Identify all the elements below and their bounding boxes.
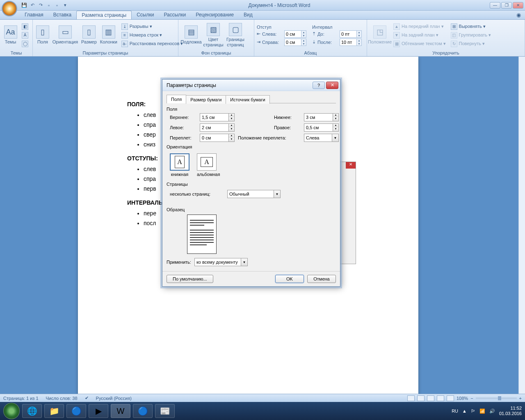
theme-fonts-button[interactable]: A xyxy=(20,31,30,39)
columns-button[interactable]: ▥Колонки xyxy=(99,25,118,45)
dialog-tab-source[interactable]: Источник бумаги xyxy=(226,95,269,104)
spacing-after-input[interactable] xyxy=(340,40,356,45)
ok-button[interactable]: OK xyxy=(275,275,304,283)
start-button[interactable] xyxy=(3,403,20,419)
qat-icon[interactable]: ▫ xyxy=(45,2,52,9)
taskbar-explorer[interactable]: 📁 xyxy=(44,404,64,418)
orientation-landscape[interactable]: A альбомная xyxy=(197,153,220,177)
dialog-tab-paper[interactable]: Размер бумаги xyxy=(186,95,226,104)
dialog-tab-margins[interactable]: Поля xyxy=(167,95,186,103)
margin-left-spinner[interactable]: ▲▼ xyxy=(200,123,235,132)
view-print-layout[interactable] xyxy=(407,395,415,401)
view-draft[interactable] xyxy=(447,395,454,401)
save-icon[interactable]: 💾 xyxy=(21,2,28,9)
tab-home[interactable]: Главная xyxy=(20,11,48,19)
multi-pages-combo[interactable]: Обычный▼ xyxy=(227,190,281,198)
spacing-before-input[interactable] xyxy=(340,32,356,37)
zoom-out-button[interactable]: − xyxy=(470,396,473,401)
vertical-scrollbar[interactable] xyxy=(518,57,525,394)
margin-right-spinner[interactable]: ▲▼ xyxy=(304,123,339,132)
taskbar-word[interactable]: W xyxy=(111,404,130,418)
gutter-input[interactable] xyxy=(200,134,228,142)
theme-effects-button[interactable]: ◯ xyxy=(20,40,30,48)
tray-flag-icon[interactable]: 🏳 xyxy=(471,409,475,413)
gutter-spinner[interactable]: ▲▼ xyxy=(200,134,235,142)
taskbar-chrome-2[interactable]: 🔵 xyxy=(133,404,153,418)
tray-up-icon[interactable]: ▲ xyxy=(462,409,467,413)
theme-colors-button[interactable]: ◧ xyxy=(20,23,30,31)
indent-right-input[interactable] xyxy=(285,40,301,45)
status-page[interactable]: Страница: 1 из 1 xyxy=(3,396,39,401)
tab-page-layout[interactable]: Разметка страницы xyxy=(76,11,132,19)
status-spell-icon[interactable]: ✔ xyxy=(85,395,89,401)
align-button[interactable]: ⊞Выровнять ▾ xyxy=(449,23,493,31)
hyphenation-button[interactable]: a-Расстановка переносов ▾ xyxy=(120,40,185,48)
office-button[interactable] xyxy=(2,1,17,16)
tray-network-icon[interactable]: 📶 xyxy=(479,409,485,414)
dialog-help-button[interactable]: ? xyxy=(313,82,325,89)
tab-mailings[interactable]: Рассылки xyxy=(159,11,191,19)
taskbar-chrome[interactable]: 🔵 xyxy=(66,404,86,418)
spacing-before-spinner[interactable]: ▲▼ xyxy=(340,30,362,38)
redo-icon[interactable]: ↷ xyxy=(37,2,44,9)
landscape-label: альбомная xyxy=(197,172,220,177)
dialog-close-button[interactable]: ✕ xyxy=(326,82,338,89)
tab-review[interactable]: Рецензирование xyxy=(191,11,239,19)
zoom-level[interactable]: 108% xyxy=(457,396,468,401)
close-button[interactable]: ✕ xyxy=(513,2,523,9)
gutter-pos-combo[interactable]: Слева▼ xyxy=(304,134,339,142)
margin-bottom-input[interactable] xyxy=(304,114,333,121)
group-page-bg-label: Фон страницы xyxy=(181,50,251,56)
zoom-slider[interactable] xyxy=(476,397,517,399)
help-icon[interactable]: ◉ xyxy=(516,12,521,18)
background-dialog: ✕ xyxy=(340,162,356,264)
minimize-button[interactable]: — xyxy=(490,2,500,9)
undo-icon[interactable]: ↶ xyxy=(29,2,36,9)
page-color-label: Цвет страницы xyxy=(203,37,223,47)
indent-left-input[interactable] xyxy=(285,32,301,37)
cancel-button[interactable]: Отмена xyxy=(307,275,336,283)
themes-button[interactable]: AaТемы xyxy=(2,25,18,45)
indent-left-spinner[interactable]: ▲▼ xyxy=(284,30,306,38)
tray-volume-icon[interactable]: 🔊 xyxy=(489,409,495,414)
close-icon[interactable]: ✕ xyxy=(346,162,356,169)
taskbar-app[interactable]: 📰 xyxy=(155,404,175,418)
qat-icon[interactable]: ▫ xyxy=(53,2,61,9)
view-outline[interactable] xyxy=(437,395,444,401)
page-color-button[interactable]: ▧Цвет страницы xyxy=(203,22,224,48)
taskbar-ie[interactable]: 🌐 xyxy=(22,404,42,418)
status-word-count[interactable]: Число слов: 38 xyxy=(46,396,78,401)
margin-top-input[interactable] xyxy=(200,114,228,121)
view-web[interactable] xyxy=(427,395,434,401)
maximize-button[interactable]: ❐ xyxy=(501,2,512,9)
size-button[interactable]: ▯Размер xyxy=(80,25,98,45)
tab-insert[interactable]: Вставка xyxy=(48,11,77,19)
orientation-portrait[interactable]: A книжная xyxy=(170,153,189,177)
dialog-titlebar[interactable]: Параметры страницы ? ✕ xyxy=(162,80,340,91)
colors-icon: ◧ xyxy=(22,23,28,30)
page-borders-button[interactable]: ▢Границы страниц xyxy=(225,22,246,48)
orientation-button[interactable]: ▭Ориентация xyxy=(52,25,79,45)
indent-right-spinner[interactable]: ▲▼ xyxy=(284,39,306,46)
margin-left-input[interactable] xyxy=(200,124,228,131)
margin-right-input[interactable] xyxy=(304,124,333,131)
zoom-in-button[interactable]: + xyxy=(519,396,522,401)
tab-references[interactable]: Ссылки xyxy=(132,11,159,19)
margin-bottom-spinner[interactable]: ▲▼ xyxy=(304,113,339,121)
line-numbers-button[interactable]: ≡Номера строк ▾ xyxy=(120,31,185,39)
margin-top-spinner[interactable]: ▲▼ xyxy=(200,113,235,121)
taskbar-media[interactable]: ▶ xyxy=(89,404,108,418)
ribbon: AaТемы ◧ A ◯ Темы ▯Поля ▭Ориентация ▯Раз… xyxy=(0,20,525,57)
watermark-button[interactable]: ▤Подложка xyxy=(181,25,201,45)
default-button[interactable]: По умолчанию... xyxy=(167,275,213,283)
status-language[interactable]: Русский (Россия) xyxy=(96,396,132,401)
apply-to-combo[interactable]: ко всему документу▼ xyxy=(194,258,248,266)
tray-clock[interactable]: 11:52 01.03.2016 xyxy=(499,406,522,416)
qat-more-icon[interactable]: ▾ xyxy=(62,2,69,9)
tab-view[interactable]: Вид xyxy=(239,11,258,19)
tray-language[interactable]: RU xyxy=(452,409,458,413)
view-full-screen[interactable] xyxy=(417,395,425,401)
margins-button[interactable]: ▯Поля xyxy=(35,25,50,45)
breaks-button[interactable]: ⤓Разрывы ▾ xyxy=(120,23,185,31)
spacing-after-spinner[interactable]: ▲▼ xyxy=(340,39,362,46)
